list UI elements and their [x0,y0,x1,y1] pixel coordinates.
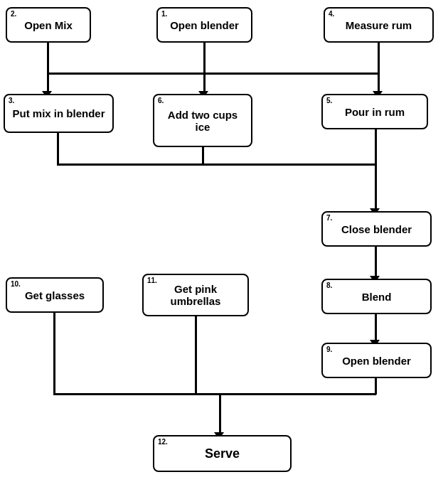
vline-close-to-blend [375,247,377,277]
node-pour-rum: 5. Pour in rum [321,94,428,129]
step-num-serve: 12. [158,438,168,446]
label-put-mix: Put mix in blender [12,107,105,119]
label-close-blender: Close blender [341,223,412,235]
label-open-blender-top: Open blender [170,19,239,31]
step-num-open-blender-bot: 9. [326,345,332,353]
vline-blend-to-open-blender-bot [375,314,377,341]
vline-open-blender-bot-down [375,378,377,395]
step-num-close-blender: 7. [326,214,332,222]
node-measure-rum: 4. Measure rum [324,7,434,43]
step-num-add-ice: 6. [158,97,164,104]
node-close-blender: 7. Close blender [321,211,432,247]
step-num-open-blender-top: 1. [161,10,167,18]
vline-get-umbrellas-down [195,316,197,395]
vline-to-serve [219,393,221,434]
step-num-get-umbrellas: 11. [147,277,157,284]
vline-to-pour-rum [378,74,380,92]
node-open-blender-bot: 9. Open blender [321,343,432,378]
vline-to-add-ice [203,74,206,92]
node-blend: 8. Blend [321,279,432,314]
hline-top-left [47,73,205,75]
vline-pour-rum-down [375,129,377,165]
node-get-glasses: 10. Get glasses [6,277,104,313]
step-num-put-mix: 3. [9,97,14,104]
step-num-blend: 8. [326,282,332,289]
label-get-umbrellas: Get pink umbrellas [149,283,242,307]
node-open-mix: 2. Open Mix [6,7,91,43]
hline-bot [53,393,376,395]
step-num-open-mix: 2. [11,10,16,18]
label-open-mix: Open Mix [24,19,73,31]
vline-add-ice-down [202,147,204,165]
vline-to-close-blender [375,165,377,210]
vline-measure-rum-down [378,43,380,75]
step-num-pour-rum: 5. [326,97,332,104]
hline-mid-left [57,164,203,166]
label-pour-rum: Pour in rum [345,106,405,118]
node-get-umbrellas: 11. Get pink umbrellas [142,274,249,316]
label-get-glasses: Get glasses [25,289,85,301]
hline-mid-right [202,164,376,166]
node-put-mix: 3. Put mix in blender [4,94,114,133]
node-serve: 12. Serve [153,435,292,472]
label-add-ice: Add two cups ice [160,109,245,133]
step-num-get-glasses: 10. [11,280,21,288]
vline-open-mix-down [47,43,49,75]
vline-put-mix-down [57,133,59,165]
node-open-blender-top: 1. Open blender [156,7,252,43]
vline-open-blender-top-down [203,43,206,75]
label-serve: Serve [205,446,240,461]
hline-top-right [203,73,379,75]
flowchart-diagram: 2. Open Mix 1. Open blender 4. Measure r… [0,0,448,477]
vline-get-glasses-down [53,313,55,395]
label-measure-rum: Measure rum [346,19,412,31]
label-open-blender-bot: Open blender [342,355,411,367]
label-blend: Blend [362,291,392,303]
step-num-measure-rum: 4. [329,10,334,18]
vline-to-put-mix [47,74,49,92]
node-add-ice: 6. Add two cups ice [153,94,252,147]
